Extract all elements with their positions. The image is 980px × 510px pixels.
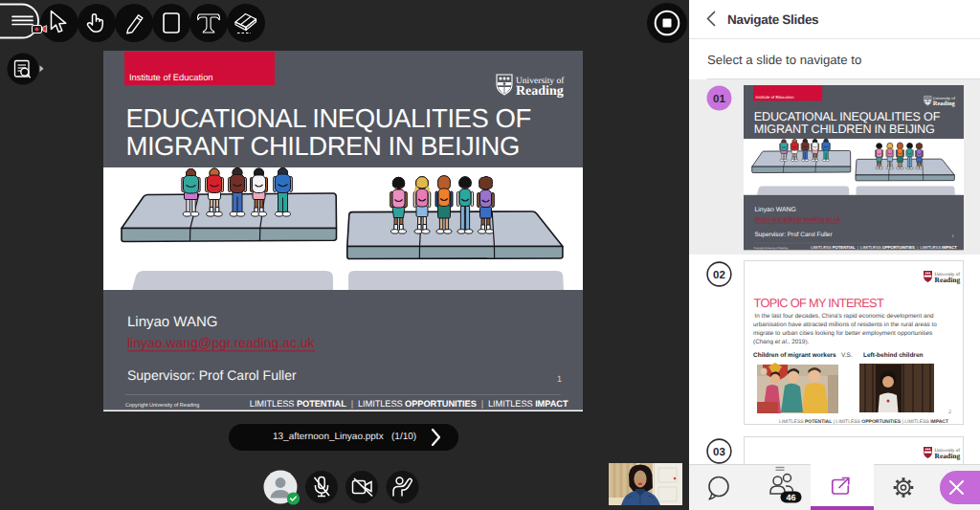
- svg-text:Children of migrant workers: Children of migrant workers: [753, 352, 836, 359]
- svg-text:TOPIC OF MY INTEREST: TOPIC OF MY INTEREST: [754, 296, 884, 310]
- svg-text:Reading: Reading: [935, 452, 961, 460]
- svg-text:In the last four decades, Chin: In the last four decades, China’s rapid …: [755, 313, 935, 320]
- svg-text:LIMITLESS POTENTIAL | LIMITLES: LIMITLESS POTENTIAL | LIMITLESS OPPORTUN…: [779, 419, 948, 425]
- svg-text:migrate to urban cities lookin: migrate to urban cities looking for bett…: [753, 330, 932, 337]
- svg-text:02: 02: [713, 270, 725, 281]
- svg-text:2: 2: [948, 410, 951, 415]
- svg-text:urbanisation have attracted mi: urbanisation have attracted millions of …: [753, 322, 937, 328]
- svg-text:(Chang et al., 2019).: (Chang et al., 2019).: [753, 339, 810, 345]
- svg-text:03: 03: [713, 447, 725, 458]
- svg-text:Reading: Reading: [935, 276, 961, 284]
- svg-text:Left-behind children: Left-behind children: [863, 352, 924, 359]
- svg-text:46: 46: [786, 493, 795, 502]
- svg-text:Navigate Slides: Navigate Slides: [727, 12, 818, 27]
- svg-text:V.S.: V.S.: [841, 352, 853, 359]
- svg-text:01: 01: [713, 94, 725, 105]
